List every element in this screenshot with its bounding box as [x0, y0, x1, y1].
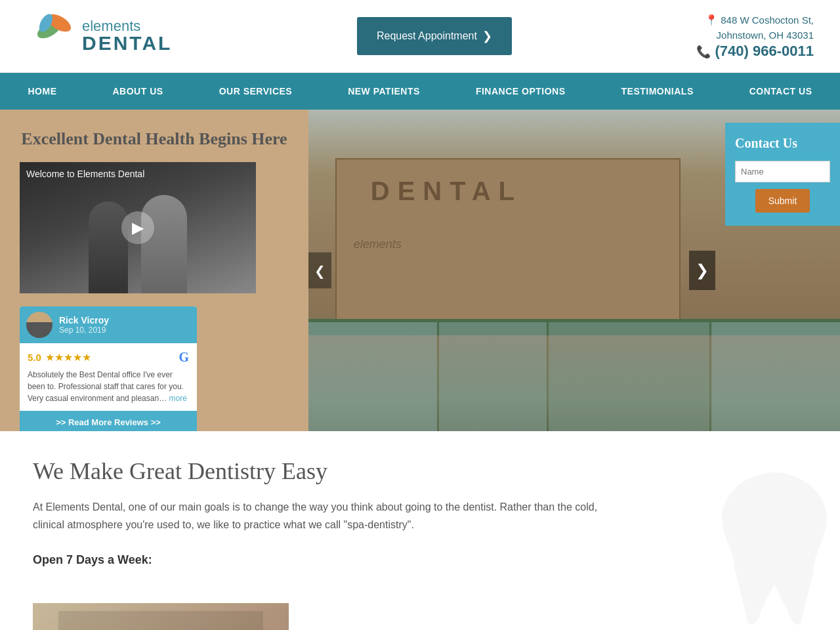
play-button[interactable]: ▶	[121, 211, 154, 244]
video-label: Welcome to Elements Dental	[26, 169, 144, 179]
appt-button-label: Request Appointment	[377, 30, 477, 42]
nav-item-new-patients[interactable]: NEW PATIENTS	[341, 73, 427, 110]
request-appointment-button[interactable]: Request Appointment ❯	[357, 17, 512, 55]
bottom-image	[33, 603, 289, 630]
content-body: At Elements Dental, one of our main goal…	[33, 498, 623, 534]
bottom-row	[0, 603, 840, 630]
hero-left-panel: Excellent Dental Health Begins Here Welc…	[0, 110, 308, 431]
pin-icon: 📍	[705, 14, 718, 26]
main-content: We Make Great Dentistry Easy At Elements…	[0, 431, 840, 603]
nav-item-home[interactable]: HOME	[22, 73, 64, 110]
logo: elements DENTAL	[26, 10, 172, 62]
hero-next-arrow[interactable]: ❯	[689, 251, 715, 290]
hero-section: Excellent Dental Health Begins Here Welc…	[0, 110, 840, 431]
review-header: Rick Vicroy Sep 10, 2019	[20, 306, 197, 343]
review-more-link[interactable]: more	[169, 394, 186, 403]
brand-name: elements DENTAL	[82, 19, 172, 53]
hero-building-image: DENTAL elements ❯ Contact Us	[308, 110, 840, 431]
review-text: Absolutely the Best Dental office I've e…	[28, 369, 189, 404]
open-days-label: Open 7 Days a Week:	[33, 553, 807, 567]
contact-panel: Contact Us Submit	[725, 123, 840, 226]
main-nav: HOME ABOUT US OUR SERVICES NEW PATIENTS …	[0, 73, 840, 110]
google-icon: G	[178, 350, 189, 365]
read-more-reviews-button[interactable]: >> Read More Reviews >>	[20, 411, 197, 431]
contact-submit-button[interactable]: Submit	[755, 189, 810, 213]
address-block: 📍 848 W Coshocton St, Johnstown, OH 4303…	[696, 12, 814, 43]
video-thumbnail[interactable]: Welcome to Elements Dental ▶	[20, 162, 256, 293]
review-body: 5.0 ★★★★★ G Absolutely the Best Dental o…	[20, 343, 197, 411]
review-card: Rick Vicroy Sep 10, 2019 5.0 ★★★★★ G Abs…	[20, 306, 197, 431]
contact-info: 📍 848 W Coshocton St, Johnstown, OH 4303…	[696, 12, 814, 60]
chevron-right-icon: ❯	[482, 29, 492, 43]
nav-item-testimonials[interactable]: TESTIMONIALS	[615, 73, 700, 110]
address-line1: 848 W Coshocton St,	[721, 14, 814, 26]
phone-icon: 📞	[696, 45, 711, 58]
nav-item-about[interactable]: ABOUT US	[106, 73, 170, 110]
reviewer-name: Rick Vicroy	[59, 315, 109, 326]
review-rating: 5.0 ★★★★★ G	[28, 350, 189, 365]
contact-panel-title: Contact Us	[735, 136, 830, 151]
hero-prev-arrow[interactable]: ❮	[308, 253, 331, 289]
logo-leaf-icon	[26, 10, 79, 62]
nav-item-contact[interactable]: CONTACT US	[743, 73, 819, 110]
phone-number: 📞 (740) 966-0011	[696, 43, 814, 60]
address-line2: Johnstown, OH 43031	[717, 30, 814, 41]
content-title: We Make Great Dentistry Easy	[33, 457, 807, 485]
reviewer-info: Rick Vicroy Sep 10, 2019	[59, 315, 109, 335]
nav-item-finance[interactable]: FINANCE OPTIONS	[469, 73, 572, 110]
reviewer-avatar	[26, 312, 52, 338]
contact-name-input[interactable]	[735, 161, 830, 182]
rating-number: 5.0	[28, 352, 41, 363]
reviewer-date: Sep 10, 2019	[59, 326, 109, 335]
site-header: elements DENTAL Request Appointment ❯ 📍 …	[0, 0, 840, 73]
rating-stars: ★★★★★	[45, 351, 91, 364]
nav-item-services[interactable]: OUR SERVICES	[213, 73, 299, 110]
hero-title: Excellent Dental Health Begins Here	[20, 129, 289, 149]
